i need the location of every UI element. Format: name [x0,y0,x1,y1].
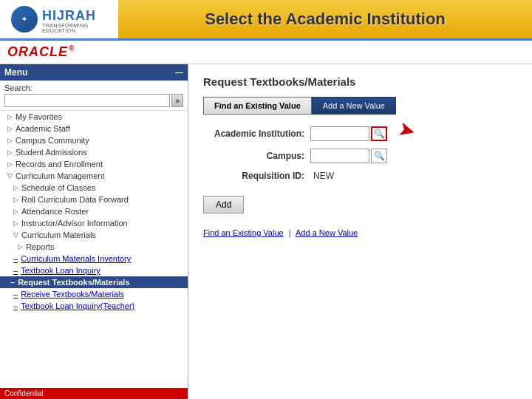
sidebar-item-curriculum-inventory[interactable]: – Curriculum Materials Inventory [0,253,188,265]
expand-arrow-icon: ▷ [7,160,13,168]
campus-input[interactable] [310,149,369,163]
bottom-add-link[interactable]: Add a New Value [296,228,358,237]
search-icon: 🔍 [374,129,385,139]
oracle-bar: ORACLE® [0,41,532,64]
title-area: Select the Academic Institution [118,0,532,38]
content-title: Request Textbooks/Materials [203,75,517,88]
minimize-button[interactable]: — [175,68,183,77]
collapse-arrow-icon: ▽ [7,172,13,180]
expand-arrow-icon: ▷ [13,208,18,215]
tabs-row: Find an Existing Value Add a New Value [203,97,517,115]
institution-lookup-button[interactable]: 🔍 [371,126,387,141]
search-input[interactable] [4,94,170,107]
expand-arrow-icon: ▷ [7,149,13,156]
confidential-bar: Confidential [0,388,188,399]
collapse-arrow-icon: ▽ [13,231,18,239]
sidebar-item-schedule[interactable]: ▷ Schedule of Classes [0,182,188,194]
main-layout: Menu — Search: » ▷ My Favorites ▷ Academ… [0,64,532,399]
logo-area: ✦ HIJRAH TRANSFORMING EDUCATION [0,0,118,38]
form-area: Academic Institution: 🔍 ➤ Campus: 🔍 [203,126,517,181]
logo-circle-icon: ✦ [21,16,27,23]
add-button[interactable]: Add [203,196,244,214]
dash-icon: – [10,278,15,287]
red-arrow-annotation: ➤ [395,116,418,144]
logo-tagline: TRANSFORMING EDUCATION [42,23,107,33]
search-area: Search: » [0,81,188,111]
sidebar-title: Menu [4,67,27,78]
oracle-registered-mark: ® [69,44,75,52]
search-row: » [4,94,183,107]
sidebar-item-student-admissions[interactable]: ▷ Student Admissions [0,146,188,158]
sidebar-item-records[interactable]: ▷ Records and Enrollment [0,158,188,170]
expand-arrow-icon: ▷ [13,196,18,203]
link-separator: | [289,228,291,237]
dash-icon: – [13,290,18,299]
sidebar-item-curriculum-mgmt[interactable]: ▽ Curriculum Management [0,170,188,182]
search-label: Search: [4,83,183,92]
institution-input-wrap: 🔍 ➤ [310,126,387,141]
sidebar-item-textbook-loan-teacher[interactable]: – Textbook Loan Inquiry(Teacher) [0,300,188,312]
sidebar-item-campus-community[interactable]: ▷ Campus Community [0,134,188,146]
logo-circle: ✦ [11,6,38,33]
content-area: Request Textbooks/Materials Find an Exis… [188,64,532,399]
sidebar-item-request-textbooks[interactable]: – Request Textbooks/Materials [0,276,188,288]
dash-icon: – [13,266,18,275]
sidebar-header: Menu — [0,64,188,81]
bottom-links: Find an Existing Value | Add a New Value [203,228,517,237]
search-go-button[interactable]: » [171,94,183,107]
sidebar-item-instructor[interactable]: ▷ Instructor/Advisor Information [0,217,188,229]
expand-arrow-icon: ▷ [7,125,13,132]
bottom-find-link[interactable]: Find an Existing Value [203,228,284,237]
sidebar-item-receive-textbooks[interactable]: – Receive Textbooks/Materials [0,288,188,300]
oracle-logo: ORACLE® [7,44,75,60]
requisition-label: Requisition ID: [203,171,310,181]
institution-label: Academic Institution: [203,129,310,139]
tab-add-new[interactable]: Add a New Value [312,97,396,115]
sidebar-item-favorites[interactable]: ▷ My Favorites [0,111,188,123]
expand-arrow-icon: ▷ [13,219,18,227]
campus-input-wrap: 🔍 [310,149,387,163]
sidebar-item-textbook-loan[interactable]: – Textbook Loan Inquiry [0,265,188,276]
dash-icon: – [13,301,18,310]
campus-label: Campus: [203,151,310,161]
sidebar: Menu — Search: » ▷ My Favorites ▷ Academ… [0,64,188,399]
logo-hijrah-text: HIJRAH [42,8,96,24]
hijrah-logo: ✦ HIJRAH TRANSFORMING EDUCATION [11,4,107,35]
campus-lookup-button[interactable]: 🔍 [371,149,387,163]
expand-arrow-icon: ▷ [7,113,13,120]
sidebar-item-curriculum-materials[interactable]: ▽ Curriculum Materials [0,229,188,241]
tab-find-existing[interactable]: Find an Existing Value [203,97,312,115]
campus-row: Campus: 🔍 [203,149,517,163]
sidebar-item-roll-curriculum[interactable]: ▷ Roll Curriculum Data Forward [0,194,188,205]
sidebar-item-reports[interactable]: ▷ Reports [0,241,188,253]
header: ✦ HIJRAH TRANSFORMING EDUCATION Select t… [0,0,532,41]
institution-input[interactable] [310,126,369,141]
institution-row: Academic Institution: 🔍 ➤ [203,126,517,141]
search-icon: 🔍 [374,151,385,161]
expand-arrow-icon: ▷ [18,243,23,250]
requisition-value: NEW [310,171,334,181]
expand-arrow-icon: ▷ [13,184,18,191]
dash-icon: – [13,254,18,263]
requisition-row: Requisition ID: NEW [203,171,517,181]
sidebar-item-attendance[interactable]: ▷ Attendance Roster [0,205,188,217]
expand-arrow-icon: ▷ [7,137,13,144]
page-title: Select the Academic Institution [205,10,446,29]
sidebar-item-academic-staff[interactable]: ▷ Academic Staff [0,123,188,134]
